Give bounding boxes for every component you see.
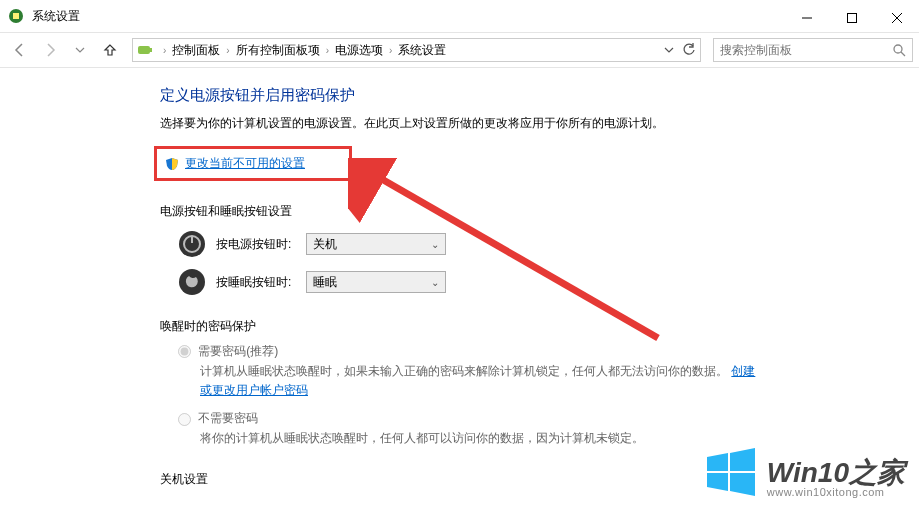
breadcrumb-item[interactable]: 系统设置 xyxy=(398,42,446,59)
sleep-button-select[interactable]: 睡眠 ⌄ xyxy=(306,271,446,293)
breadcrumb-item[interactable]: 控制面板 xyxy=(172,42,220,59)
shield-icon xyxy=(165,157,179,171)
breadcrumb-item[interactable]: 电源选项 xyxy=(335,42,383,59)
svg-rect-7 xyxy=(150,48,152,52)
require-password-desc: 计算机从睡眠状态唤醒时，如果未输入正确的密码来解除计算机锁定，任何人都无法访问你… xyxy=(200,362,760,400)
window-title: 系统设置 xyxy=(32,8,80,25)
power-button-row: 按电源按钮时: 关机 ⌄ xyxy=(178,230,879,258)
power-button-value: 关机 xyxy=(313,236,337,253)
buttons-section-title: 电源按钮和睡眠按钮设置 xyxy=(160,203,879,220)
search-input[interactable] xyxy=(720,43,892,57)
watermark: Win10之家 www.win10xitong.com xyxy=(703,445,905,499)
require-password-label: 需要密码(推荐) xyxy=(198,344,278,358)
sleep-button-icon xyxy=(178,268,206,296)
chevron-right-icon: › xyxy=(385,45,396,56)
password-section-title: 唤醒时的密码保护 xyxy=(160,318,879,335)
page-description: 选择要为你的计算机设置的电源设置。在此页上对设置所做的更改将应用于你所有的电源计… xyxy=(160,115,879,132)
no-password-desc: 将你的计算机从睡眠状态唤醒时，任何人都可以访问你的数据，因为计算机未锁定。 xyxy=(200,429,760,448)
nav-bar: › 控制面板 › 所有控制面板项 › 电源选项 › 系统设置 xyxy=(0,32,919,68)
chevron-down-icon[interactable] xyxy=(664,45,674,55)
require-password-radio[interactable]: 需要密码(推荐) xyxy=(178,343,879,360)
chevron-down-icon: ⌄ xyxy=(431,277,439,288)
require-password-input[interactable] xyxy=(178,345,191,358)
power-button-select[interactable]: 关机 ⌄ xyxy=(306,233,446,255)
chevron-right-icon: › xyxy=(322,45,333,56)
no-password-label: 不需要密码 xyxy=(198,411,258,425)
breadcrumb-item[interactable]: 所有控制面板项 xyxy=(236,42,320,59)
app-icon xyxy=(8,8,24,24)
power-button-icon xyxy=(178,230,206,258)
power-button-label: 按电源按钮时: xyxy=(216,236,306,253)
minimize-button[interactable] xyxy=(784,4,829,32)
window-controls xyxy=(784,4,919,32)
windows-logo-icon xyxy=(703,445,757,499)
svg-marker-15 xyxy=(707,453,728,471)
no-password-input[interactable] xyxy=(178,413,191,426)
highlight-box: 更改当前不可用的设置 xyxy=(154,146,352,181)
svg-rect-6 xyxy=(138,46,150,54)
sleep-button-row: 按睡眠按钮时: 睡眠 ⌄ xyxy=(178,268,879,296)
change-unavailable-settings-link[interactable]: 更改当前不可用的设置 xyxy=(185,155,305,172)
recent-dropdown[interactable] xyxy=(66,36,94,64)
back-button[interactable] xyxy=(6,36,34,64)
chevron-down-icon: ⌄ xyxy=(431,239,439,250)
up-button[interactable] xyxy=(96,36,124,64)
sleep-button-value: 睡眠 xyxy=(313,274,337,291)
search-icon[interactable] xyxy=(892,43,906,57)
close-button[interactable] xyxy=(874,4,919,32)
svg-marker-16 xyxy=(730,448,755,471)
svg-point-10 xyxy=(179,231,205,257)
page-title: 定义电源按钮并启用密码保护 xyxy=(160,86,879,105)
title-bar: 系统设置 xyxy=(0,0,919,32)
svg-rect-3 xyxy=(847,14,856,23)
svg-point-8 xyxy=(894,45,902,53)
svg-marker-18 xyxy=(730,473,755,496)
watermark-title: Win10之家 xyxy=(767,458,905,487)
chevron-right-icon: › xyxy=(159,45,170,56)
svg-marker-17 xyxy=(707,473,728,491)
watermark-url: www.win10xitong.com xyxy=(767,487,885,499)
power-options-icon xyxy=(137,42,153,58)
forward-button[interactable] xyxy=(36,36,64,64)
no-password-radio[interactable]: 不需要密码 xyxy=(178,410,879,427)
breadcrumb[interactable]: › 控制面板 › 所有控制面板项 › 电源选项 › 系统设置 xyxy=(132,38,701,62)
svg-line-9 xyxy=(901,52,905,56)
chevron-right-icon: › xyxy=(222,45,233,56)
sleep-button-label: 按睡眠按钮时: xyxy=(216,274,306,291)
svg-rect-1 xyxy=(13,13,19,19)
refresh-icon[interactable] xyxy=(682,43,696,57)
content-area: 定义电源按钮并启用密码保护 选择要为你的计算机设置的电源设置。在此页上对设置所做… xyxy=(0,68,919,488)
search-box[interactable] xyxy=(713,38,913,62)
maximize-button[interactable] xyxy=(829,4,874,32)
